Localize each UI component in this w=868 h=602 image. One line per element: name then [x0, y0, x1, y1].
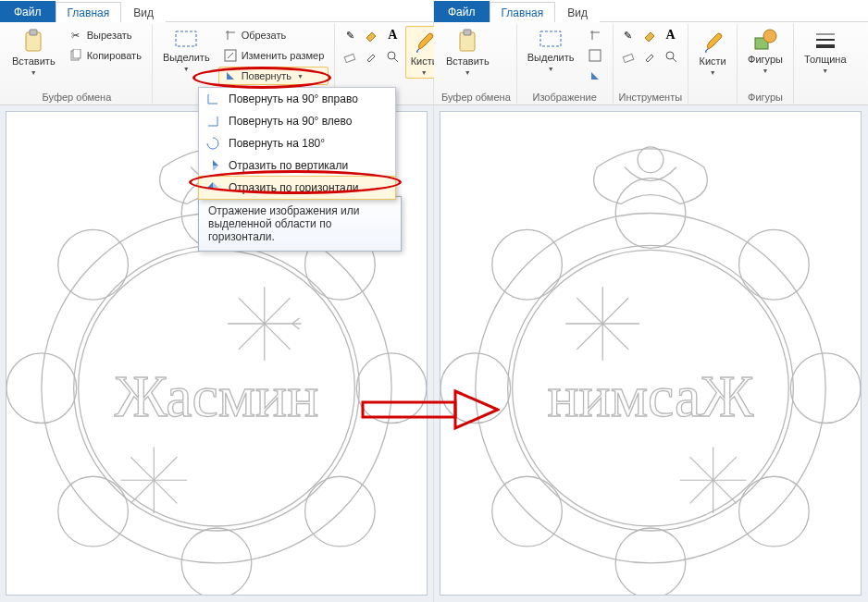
shapes-button[interactable]: Фигуры ▼	[743, 26, 787, 77]
picker-tool[interactable]	[362, 47, 380, 66]
resize-label: Изменить размер	[242, 50, 325, 61]
svg-rect-4	[176, 31, 196, 46]
group-shapes: Фигуры ▼ Фигуры	[738, 24, 794, 104]
eraser-tool[interactable]	[341, 47, 359, 66]
group-tools: ✎ A Инструменты	[614, 24, 689, 104]
paste-button[interactable]: Вставить ▼	[441, 26, 494, 79]
shapes-label: Фигуры	[748, 55, 783, 66]
group-thickness: Толщина ▼	[794, 24, 857, 104]
rotate-90-right[interactable]: Повернуть на 90° вправо	[199, 88, 395, 110]
flip-horizontal-label: Отразить по горизонтали	[229, 181, 358, 194]
rotate-180-label: Повернуть на 180°	[229, 137, 325, 150]
rotate-icon	[588, 68, 602, 83]
flip-horizontal-icon	[205, 179, 221, 196]
dropdown-arrow-icon: ▼	[421, 69, 428, 76]
group-thickness-label	[800, 90, 851, 104]
rotate-icon	[223, 68, 238, 83]
thickness-label: Толщина	[804, 55, 847, 66]
picker-tool[interactable]	[640, 47, 659, 66]
ornament-text-right: нимсаЖ	[548, 363, 755, 429]
brushes-button[interactable]: Кисти ▼	[694, 26, 731, 79]
group-shapes-label: Фигуры	[743, 90, 787, 104]
rotate-label: Повернуть	[242, 70, 291, 81]
copy-label: Копировать	[87, 50, 142, 61]
eraser-tool[interactable]	[619, 47, 638, 66]
resize-button[interactable]: Изменить размер	[218, 46, 329, 65]
svg-rect-6	[345, 54, 355, 62]
tab-view[interactable]: Вид	[555, 2, 600, 22]
cut-label: Вырезать	[87, 30, 132, 41]
rotate-button[interactable]	[583, 67, 607, 85]
ribbon: Вставить ▼ Буфер обмена Выделить ▼	[434, 22, 868, 105]
resize-icon	[223, 48, 238, 63]
left-paint-window: Файл Главная Вид Вставить ▼ ✂ Вырезать	[0, 0, 434, 602]
fill-tool[interactable]	[640, 26, 659, 44]
select-button[interactable]: Выделить ▼	[158, 26, 215, 75]
rotate-180-icon	[205, 135, 221, 152]
rotate-left-icon	[205, 113, 221, 129]
scissors-icon: ✂	[68, 28, 83, 43]
canvas-right[interactable]: нимсаЖ	[440, 111, 862, 596]
dropdown-arrow-icon: ▼	[297, 73, 304, 80]
paste-label: Вставить	[446, 56, 490, 68]
rotate-tooltip: Отражение изображения или выделенной обл…	[198, 196, 402, 252]
dropdown-arrow-icon: ▼	[710, 69, 716, 76]
group-brushes-label	[694, 90, 731, 104]
tab-home[interactable]: Главная	[490, 2, 556, 22]
pencil-tool[interactable]: ✎	[341, 26, 359, 44]
crop-button[interactable]: Обрезать	[218, 26, 329, 44]
tab-home[interactable]: Главная	[56, 2, 122, 22]
group-brushes: Кисти ▼	[688, 24, 738, 104]
tab-bar: Файл Главная Вид	[434, 0, 868, 22]
svg-point-33	[666, 52, 674, 59]
tab-file[interactable]: Файл	[0, 1, 56, 22]
svg-rect-29	[464, 30, 471, 35]
group-clipboard: Вставить ▼ ✂ Вырезать Копировать	[2, 24, 153, 104]
rotate-90-left[interactable]: Повернуть на 90° влево	[199, 110, 395, 132]
paste-label: Вставить	[12, 56, 56, 68]
group-image: Выделить ▼ Изображение	[517, 24, 614, 104]
dropdown-arrow-icon: ▼	[763, 68, 769, 74]
ornament-drawing-flipped: нимсаЖ	[440, 112, 861, 595]
tab-view[interactable]: Вид	[121, 2, 166, 22]
text-tool[interactable]: A	[662, 26, 680, 44]
svg-rect-1	[30, 30, 37, 35]
dropdown-arrow-icon: ▼	[548, 66, 554, 72]
cut-button[interactable]: ✂ Вырезать	[64, 26, 146, 44]
brushes-label: Кисти	[699, 56, 725, 68]
select-button[interactable]: Выделить ▼	[523, 26, 579, 75]
right-paint-window: Файл Главная Вид Вставить ▼ Буфер обмена	[434, 0, 868, 602]
select-label: Выделить	[163, 53, 210, 64]
flip-vertical-label: Отразить по вертикали	[229, 159, 348, 172]
copy-button[interactable]: Копировать	[64, 46, 146, 65]
svg-rect-3	[73, 49, 81, 58]
ornament-text-left: Жасмин	[115, 363, 319, 429]
flip-vertical[interactable]: Отразить по вертикали	[199, 154, 395, 177]
svg-point-50	[638, 147, 663, 173]
pencil-tool[interactable]: ✎	[619, 26, 638, 44]
zoom-tool[interactable]	[662, 47, 680, 66]
rotate-180[interactable]: Повернуть на 180°	[199, 132, 395, 154]
svg-point-35	[763, 30, 776, 43]
tab-bar: Файл Главная Вид	[0, 0, 433, 22]
rotate-right-icon	[205, 91, 221, 107]
dropdown-arrow-icon: ▼	[465, 69, 471, 76]
svg-rect-30	[540, 31, 561, 46]
fill-tool[interactable]	[362, 26, 380, 44]
resize-button[interactable]	[583, 46, 607, 65]
tab-file[interactable]: Файл	[434, 1, 490, 22]
select-label: Выделить	[527, 53, 575, 64]
crop-icon	[588, 28, 602, 43]
group-clipboard-label: Буфер обмена	[7, 90, 146, 104]
rotate-button[interactable]: Повернуть ▼	[218, 67, 329, 85]
thickness-button[interactable]: Толщина ▼	[800, 26, 851, 77]
flip-vertical-icon	[205, 157, 221, 174]
dropdown-arrow-icon: ▼	[183, 66, 190, 72]
flip-horizontal[interactable]: Отразить по горизонтали	[198, 176, 396, 200]
crop-icon	[223, 28, 238, 43]
text-tool[interactable]: A	[383, 26, 402, 44]
crop-button[interactable]	[583, 26, 607, 44]
paste-button[interactable]: Вставить ▼	[7, 26, 60, 79]
svg-rect-31	[589, 50, 601, 61]
zoom-tool[interactable]	[383, 47, 402, 66]
